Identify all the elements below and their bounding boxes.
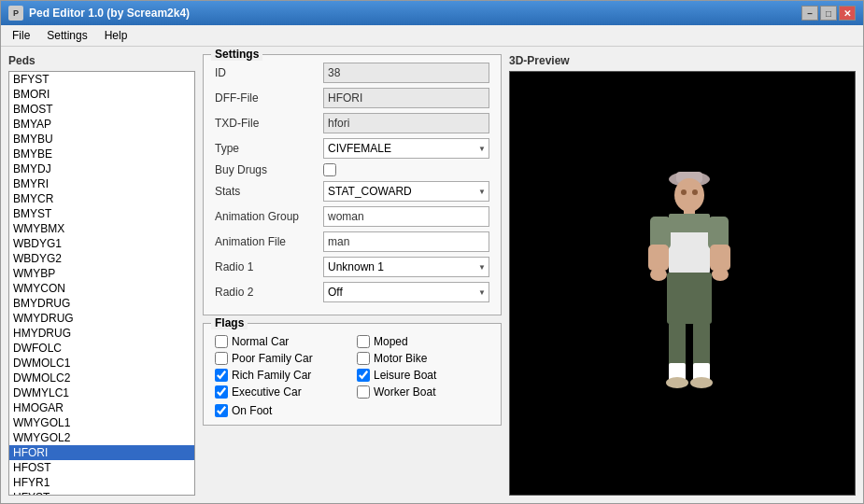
anim-file-row: Animation File [215,231,489,252]
list-item[interactable]: HFYR1 [9,475,194,490]
minimize-button[interactable]: – [801,6,818,21]
list-item[interactable]: WMYGOL1 [9,415,194,430]
svg-rect-8 [650,217,671,249]
close-button[interactable]: ✕ [839,6,856,21]
list-item[interactable]: WBDYG1 [9,236,194,251]
flag-item-motor_bike[interactable]: Motor Bike [357,352,489,365]
flag-item-worker_boat[interactable]: Worker Boat [357,385,489,399]
list-item[interactable]: BMORI [9,87,194,102]
flag-item-poor_family_car[interactable]: Poor Family Car [215,352,347,365]
menu-help[interactable]: Help [97,27,135,44]
txd-input[interactable] [323,113,489,133]
list-item[interactable]: BMYAP [9,117,194,132]
list-item[interactable]: HFORI [9,445,194,460]
list-item[interactable]: DWMOLC1 [9,356,194,371]
list-item[interactable]: WMYCON [9,281,194,296]
list-item[interactable]: BMYCR [9,191,194,206]
flag-label-leisure_boat: Leisure Boat [374,369,436,382]
flag-item-moped[interactable]: Moped [357,335,489,348]
list-item[interactable]: DWMYLC1 [9,385,194,400]
radio2-select[interactable]: Off Unknown 1 Unknown 2 [323,282,489,302]
stats-row: Stats STAT_COWARD STAT_NORMAL [215,181,489,202]
list-item[interactable]: HMYDRUG [9,326,194,341]
list-item[interactable]: BMYBU [9,132,194,147]
settings-section: Settings ID DFF-File TXD-File Type [203,54,502,315]
flag-label-executive_car: Executive Car [232,385,302,399]
main-window: P Ped Editor 1.0 (by Scream2k4) – □ ✕ Fi… [0,0,864,504]
flag-label-worker_boat: Worker Boat [374,385,435,399]
preview-panel: 3D-Preview [509,54,856,496]
menu-file[interactable]: File [5,27,37,44]
list-item[interactable]: BMYRI [9,176,194,191]
on-foot-checkbox[interactable] [215,404,228,417]
list-item[interactable]: BMOST [9,102,194,117]
dff-row: DFF-File [215,88,489,108]
window-title: Ped Editor 1.0 (by Scream2k4) [29,7,190,20]
radio1-select-wrapper: Unknown 1 Unknown 2 Off [323,257,489,277]
svg-point-2 [674,178,704,212]
id-input[interactable] [323,63,489,83]
type-label: Type [215,142,318,155]
list-item[interactable]: BMYST [9,206,194,221]
flag-checkbox-worker_boat[interactable] [357,385,370,399]
radio1-row: Radio 1 Unknown 1 Unknown 2 Off [215,257,489,277]
type-row: Type CIVFEMALE CIVMALE COP [215,138,489,159]
flag-checkbox-leisure_boat[interactable] [357,369,370,382]
list-item[interactable]: HFOST [9,460,194,475]
on-foot-label: On Foot [232,404,272,417]
list-item[interactable]: WMYBP [9,266,194,281]
peds-list[interactable]: BFYSTBMORIBMOSTBMYAPBMYBUBMYBEBMYDJBMYRI… [8,71,195,496]
svg-point-16 [690,377,713,388]
list-item[interactable]: DWMOLC2 [9,371,194,385]
preview-canvas [509,71,856,496]
flag-item-rich_family_car[interactable]: Rich Family Car [215,369,347,382]
flag-label-moped: Moped [374,335,408,348]
list-item[interactable]: WMYDRUG [9,311,194,326]
buy-drugs-checkbox[interactable] [323,163,336,176]
buy-drugs-label: Buy Drugs [215,163,318,176]
list-item[interactable]: BMYDRUG [9,296,194,311]
peds-panel-title: Peds [8,54,195,67]
type-select[interactable]: CIVFEMALE CIVMALE COP [323,138,489,159]
type-select-wrapper: CIVFEMALE CIVMALE COP [323,138,489,159]
list-item[interactable]: WMYBMX [9,221,194,236]
svg-rect-18 [710,245,730,271]
flag-checkbox-moped[interactable] [357,335,370,348]
list-item[interactable]: BMYBE [9,147,194,161]
flag-checkbox-motor_bike[interactable] [357,352,370,365]
radio1-select[interactable]: Unknown 1 Unknown 2 Off [323,257,489,277]
anim-group-input[interactable] [323,206,489,227]
radio2-row: Radio 2 Off Unknown 1 Unknown 2 [215,282,489,302]
flag-item-normal_car[interactable]: Normal Car [215,335,347,348]
list-item[interactable]: BFYST [9,72,194,87]
menu-settings[interactable]: Settings [39,27,94,44]
flag-checkbox-rich_family_car[interactable] [215,369,228,382]
flag-checkbox-normal_car[interactable] [215,335,228,348]
flag-item-executive_car[interactable]: Executive Car [215,385,347,399]
stats-select[interactable]: STAT_COWARD STAT_NORMAL [323,181,489,202]
list-item[interactable]: HMOGAR [9,400,194,415]
radio2-select-wrapper: Off Unknown 1 Unknown 2 [323,282,489,302]
flag-checkbox-executive_car[interactable] [215,385,228,399]
maximize-button[interactable]: □ [820,6,837,21]
list-item[interactable]: BMYDJ [9,161,194,176]
list-item[interactable]: WMYGOL2 [9,430,194,445]
flag-checkbox-poor_family_car[interactable] [215,352,228,365]
svg-rect-10 [667,273,712,324]
svg-point-20 [712,268,729,281]
list-item[interactable]: DWFOLC [9,341,194,356]
anim-group-row: Animation Group [215,206,489,227]
menu-bar: File Settings Help [1,25,863,47]
flag-label-poor_family_car: Poor Family Car [232,352,313,365]
anim-file-input[interactable] [323,231,489,252]
list-item[interactable]: HFYST [9,490,194,496]
svg-rect-9 [708,217,729,249]
buy-drugs-row: Buy Drugs [215,163,489,176]
list-item[interactable]: WBDYG2 [9,251,194,266]
svg-point-15 [666,377,688,388]
svg-rect-5 [684,207,695,215]
main-content: Peds BFYSTBMORIBMOSTBMYAPBMYBUBMYBEBMYDJ… [1,47,863,503]
flag-label-motor_bike: Motor Bike [374,352,427,365]
flag-item-leisure_boat[interactable]: Leisure Boat [357,369,489,382]
dff-input[interactable] [323,88,489,108]
